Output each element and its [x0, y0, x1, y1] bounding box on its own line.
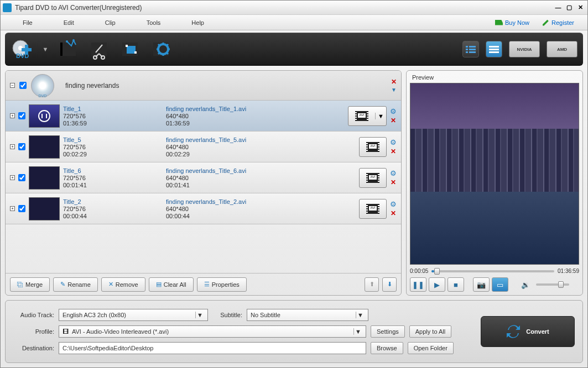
- stop-button[interactable]: ■: [447, 277, 464, 292]
- clear-all-button[interactable]: ▤Clear All: [149, 277, 194, 292]
- collapse-icon[interactable]: −: [10, 83, 15, 88]
- film-icon: AVI: [366, 173, 379, 183]
- player-controls: ❚❚ ▶ ■ 📷 ▭ 🔉: [410, 277, 579, 292]
- open-folder-button[interactable]: Open Folder: [408, 342, 454, 354]
- app-icon: [3, 3, 12, 12]
- pause-button[interactable]: ❚❚: [410, 277, 426, 292]
- menu-edit[interactable]: Edit: [48, 17, 90, 28]
- title-checkbox[interactable]: [18, 174, 25, 181]
- expand-icon[interactable]: +: [10, 206, 15, 211]
- convert-icon: [506, 324, 521, 339]
- main-toolbar: DVD ▼ NVIDIA AMD: [5, 33, 583, 66]
- remove-disc-icon[interactable]: ✕: [391, 78, 397, 86]
- dropdown-arrow-icon: ▼: [356, 312, 365, 318]
- title-thumbnail[interactable]: [29, 135, 60, 159]
- dropdown-arrow-icon: ▼: [353, 328, 362, 335]
- output-format-button[interactable]: AVI: [359, 168, 387, 188]
- output-settings-panel: Audio Track: English AC3 2ch (0x80)▼ Sub…: [5, 300, 583, 363]
- register-link[interactable]: Register: [536, 19, 581, 26]
- buy-now-label: Buy Now: [505, 19, 529, 26]
- crop-button[interactable]: [118, 37, 142, 61]
- load-dvd-dropdown[interactable]: ▼: [41, 37, 49, 61]
- title-checkbox[interactable]: [18, 112, 25, 119]
- total-time: 01:36:59: [558, 268, 579, 274]
- move-up-button[interactable]: ⬆: [365, 277, 379, 292]
- row-settings-icon[interactable]: ⚙: [390, 169, 397, 177]
- title-row[interactable]: +Title_2720*57600:00:44finding neverland…: [6, 193, 401, 224]
- buy-now-link[interactable]: Buy Now: [488, 19, 536, 26]
- volume-icon[interactable]: 🔉: [517, 277, 534, 292]
- view-detail-button[interactable]: [486, 41, 502, 57]
- play-button[interactable]: ▶: [429, 277, 445, 292]
- volume-slider[interactable]: [536, 283, 569, 286]
- destination-input[interactable]: C:\Users\SoftpediaEditor\Desktop: [59, 342, 366, 354]
- properties-button[interactable]: ☰Properties: [197, 277, 247, 292]
- fullscreen-button[interactable]: ▭: [492, 277, 508, 292]
- move-down-button[interactable]: ⬇: [382, 277, 397, 292]
- convert-button[interactable]: Convert: [481, 316, 575, 347]
- expand-icon[interactable]: +: [10, 144, 15, 149]
- row-remove-icon[interactable]: ✕: [391, 148, 396, 155]
- svg-rect-23: [469, 51, 476, 53]
- menu-help[interactable]: Help: [176, 17, 220, 28]
- expand-icon[interactable]: +: [10, 113, 15, 118]
- seek-thumb[interactable]: [434, 268, 440, 275]
- titlebar: Tipard DVD to AVI Converter(Unregistered…: [1, 1, 587, 15]
- load-dvd-button[interactable]: DVD: [11, 37, 35, 61]
- nvidia-badge: NVIDIA: [509, 41, 540, 57]
- menu-file[interactable]: File: [7, 17, 48, 28]
- preview-video[interactable]: [410, 83, 579, 265]
- rename-button[interactable]: ✎Rename: [53, 277, 98, 292]
- film-icon: AVI: [366, 142, 379, 152]
- row-settings-icon[interactable]: ⚙: [390, 107, 397, 115]
- browse-button[interactable]: Browse: [371, 342, 403, 354]
- row-remove-icon[interactable]: ✕: [391, 209, 396, 217]
- svg-rect-3: [22, 48, 32, 51]
- title-output-info: finding neverlands_Title_2.avi640*48000:…: [166, 198, 356, 219]
- view-list-button[interactable]: [462, 41, 479, 57]
- title-row[interactable]: +Title_5720*57600:02:29finding neverland…: [6, 132, 401, 162]
- output-format-button[interactable]: AVI: [359, 199, 387, 219]
- profile-settings-button[interactable]: Settings: [371, 325, 405, 338]
- title-row[interactable]: +Title_6720*57600:01:41finding neverland…: [6, 162, 401, 193]
- svg-rect-13: [127, 46, 136, 54]
- close-button[interactable]: ✕: [575, 3, 585, 12]
- title-thumbnail[interactable]: [29, 197, 60, 220]
- minimize-button[interactable]: —: [553, 3, 563, 12]
- row-settings-icon[interactable]: ⚙: [390, 138, 397, 146]
- row-remove-icon[interactable]: ✕: [391, 178, 396, 186]
- title-thumbnail[interactable]: [29, 104, 60, 128]
- disc-menu-icon[interactable]: ▼: [391, 87, 397, 93]
- title-thumbnail[interactable]: [29, 166, 60, 190]
- subtitle-dropdown[interactable]: No Subtitle▼: [247, 309, 368, 321]
- title-checkbox[interactable]: [18, 205, 25, 212]
- disc-checkbox[interactable]: [19, 82, 27, 89]
- title-checkbox[interactable]: [18, 143, 25, 150]
- title-row[interactable]: +Title_1720*57601:36:59finding neverland…: [6, 101, 401, 132]
- remove-button[interactable]: ✕Remove: [101, 277, 145, 292]
- menu-clip[interactable]: Clip: [90, 17, 131, 28]
- seek-slider[interactable]: [431, 270, 554, 272]
- output-format-button[interactable]: AVI: [359, 137, 387, 157]
- expand-icon[interactable]: +: [10, 175, 15, 180]
- snapshot-button[interactable]: 📷: [473, 277, 490, 292]
- settings-button[interactable]: [149, 37, 173, 61]
- current-time: 0:00:05: [410, 268, 428, 274]
- row-settings-icon[interactable]: ⚙: [390, 200, 397, 208]
- effect-button[interactable]: [56, 37, 80, 61]
- profile-dropdown[interactable]: 🎞AVI - Audio-Video Interleaved (*.avi)▼: [59, 325, 366, 338]
- title-list[interactable]: − finding neverlands ✕ ▼ +Title_1720*576…: [6, 71, 401, 273]
- output-format-dropdown[interactable]: AVI▼: [348, 106, 387, 126]
- volume-thumb[interactable]: [558, 281, 564, 288]
- row-remove-icon[interactable]: ✕: [391, 117, 396, 124]
- menu-tools[interactable]: Tools: [131, 17, 176, 28]
- chevron-down-icon[interactable]: ▼: [375, 113, 386, 119]
- svg-rect-26: [489, 51, 499, 53]
- maximize-button[interactable]: ▢: [564, 3, 574, 12]
- audio-track-dropdown[interactable]: English AC3 2ch (0x80)▼: [59, 309, 208, 321]
- apply-to-all-button[interactable]: Apply to All: [409, 325, 451, 338]
- merge-button[interactable]: ⿻Merge: [10, 277, 50, 292]
- svg-rect-15: [134, 51, 137, 54]
- svg-point-11: [101, 56, 105, 59]
- trim-button[interactable]: [87, 37, 111, 61]
